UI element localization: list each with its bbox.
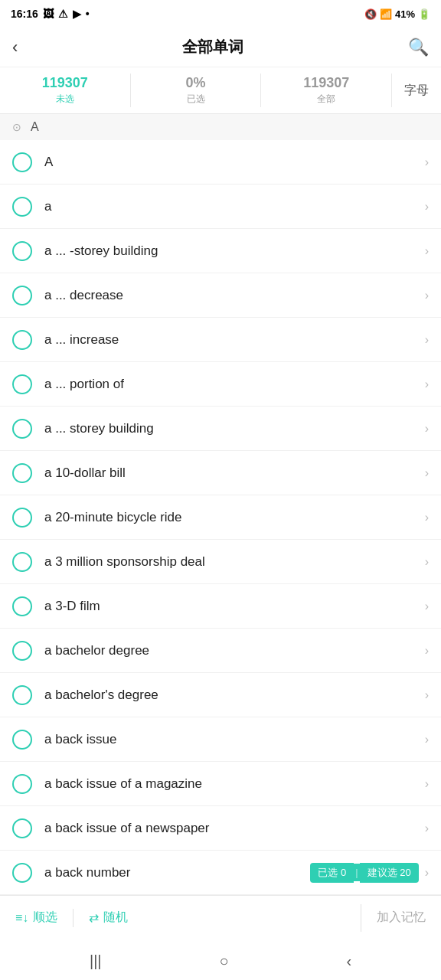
tab-all-label: 全部 xyxy=(317,93,335,106)
chevron-backnumber: › xyxy=(425,866,429,880)
word-item-decrease[interactable]: a ... decrease › xyxy=(0,273,441,318)
chevron-sponsorship: › xyxy=(425,555,429,569)
tab-unselected[interactable]: 119307 未选 xyxy=(0,67,130,113)
random-label: 随机 xyxy=(103,910,128,926)
status-icon-warning: ⚠ xyxy=(58,8,68,20)
word-list: A › a › a ... -storey building › a ... d… xyxy=(0,140,441,895)
chevron-storey1: › xyxy=(425,244,429,258)
system-nav: ||| ○ ‹ xyxy=(0,939,441,980)
tab-unselected-count: 119307 xyxy=(42,75,88,91)
add-memory-label: 加入记忆 xyxy=(377,910,426,923)
chevron-A: › xyxy=(425,155,429,169)
page-title: 全部单词 xyxy=(182,37,243,57)
word-text-sponsorship: a 3 million sponsorship deal xyxy=(44,554,425,570)
word-item-bachelors[interactable]: a bachelor's degree › xyxy=(0,673,441,717)
chevron-bachelors: › xyxy=(425,688,429,702)
word-text-bicycle: a 20-minute bicycle ride xyxy=(44,510,425,525)
chevron-decrease: › xyxy=(425,289,429,302)
word-item-portion[interactable]: a ... portion of › xyxy=(0,362,441,407)
section-collapse-icon[interactable]: ⊙ xyxy=(12,121,21,133)
radio-bachelor[interactable] xyxy=(12,641,32,661)
word-item-a[interactable]: a › xyxy=(0,185,441,229)
word-text-backnumber: a back number xyxy=(44,865,310,880)
chevron-bicycle: › xyxy=(425,511,429,524)
word-item-backissue-mag[interactable]: a back issue of a magazine › xyxy=(0,762,441,806)
top-nav: ‹ 全部单词 🔍 xyxy=(0,28,441,67)
word-text-3dfilm: a 3-D film xyxy=(44,599,425,614)
chevron-3dfilm: › xyxy=(425,599,429,613)
badge-divider: | xyxy=(354,864,359,881)
tab-selected-count: 0% xyxy=(186,75,206,91)
search-button[interactable]: 🔍 xyxy=(408,38,429,57)
word-item-bachelor[interactable]: a bachelor degree › xyxy=(0,629,441,673)
tab-selected[interactable]: 0% 已选 xyxy=(131,67,261,113)
tab-selected-label: 已选 xyxy=(187,93,205,106)
section-header-a: ⊙ A xyxy=(0,114,441,140)
radio-increase[interactable] xyxy=(12,330,32,350)
radio-3dfilm[interactable] xyxy=(12,596,32,616)
back-button[interactable]: ‹ xyxy=(12,38,18,57)
system-back-button[interactable]: ‹ xyxy=(346,952,351,970)
radio-storey1[interactable] xyxy=(12,241,32,261)
word-text-portion: a ... portion of xyxy=(44,377,425,392)
word-text-storey2: a ... storey building xyxy=(44,421,425,436)
tab-all-count: 119307 xyxy=(303,75,349,91)
status-icon-battery: 🔋 xyxy=(418,8,430,20)
tab-letter[interactable]: 字母 xyxy=(392,67,441,113)
word-text-bachelors: a bachelor's degree xyxy=(44,688,425,703)
tab-bar: 119307 未选 0% 已选 119307 全部 字母 xyxy=(0,67,441,114)
status-icon-dot: • xyxy=(86,8,90,20)
radio-decrease[interactable] xyxy=(12,286,32,305)
word-item-increase[interactable]: a ... increase › xyxy=(0,318,441,362)
radio-bicycle[interactable] xyxy=(12,508,32,528)
status-icon-wifi: 📶 xyxy=(380,8,392,20)
bottom-toolbar: ≡↓ 顺选 ⇄ 随机 加入记忆 xyxy=(0,895,441,939)
word-item-bicycle[interactable]: a 20-minute bicycle ride › xyxy=(0,495,441,540)
badge-selected: 已选 0 xyxy=(310,863,354,883)
radio-backissue[interactable] xyxy=(12,730,32,750)
random-button[interactable]: ⇄ 随机 xyxy=(74,910,143,926)
radio-storey2[interactable] xyxy=(12,419,32,439)
word-item-storey1[interactable]: a ... -storey building › xyxy=(0,229,441,273)
word-item-3dfilm[interactable]: a 3-D film › xyxy=(0,584,441,629)
system-home-button[interactable]: ○ xyxy=(219,952,228,970)
word-text-backissue-mag: a back issue of a magazine xyxy=(44,776,425,792)
sort-icon: ≡↓ xyxy=(15,911,28,925)
sort-button[interactable]: ≡↓ 顺选 xyxy=(0,910,73,926)
word-item-sponsorship[interactable]: a 3 million sponsorship deal › xyxy=(0,540,441,584)
radio-A[interactable] xyxy=(12,152,32,172)
system-menu-button[interactable]: ||| xyxy=(90,952,102,970)
chevron-portion: › xyxy=(425,377,429,391)
word-text-a: a xyxy=(44,199,425,214)
status-icon-record: ▶ xyxy=(73,8,81,20)
radio-a[interactable] xyxy=(12,197,32,217)
word-item-A[interactable]: A › xyxy=(0,140,441,185)
status-time: 16:16 xyxy=(11,8,38,20)
radio-backissue-news[interactable] xyxy=(12,818,32,838)
radio-portion[interactable] xyxy=(12,374,32,394)
status-icon-photo: 🖼 xyxy=(43,8,54,20)
tab-letter-label: 字母 xyxy=(404,83,429,99)
radio-backissue-mag[interactable] xyxy=(12,774,32,794)
word-item-storey2[interactable]: a ... storey building › xyxy=(0,407,441,451)
word-text-increase: a ... increase xyxy=(44,332,425,348)
word-item-dollar[interactable]: a 10-dollar bill › xyxy=(0,451,441,495)
word-item-backissue-news[interactable]: a back issue of a newspaper › xyxy=(0,806,441,851)
radio-bachelors[interactable] xyxy=(12,685,32,705)
sort-label: 顺选 xyxy=(33,910,57,926)
chevron-dollar: › xyxy=(425,466,429,480)
word-item-backissue[interactable]: a back issue › xyxy=(0,717,441,762)
word-item-backnumber[interactable]: a back number 已选 0 | 建议选 20 › xyxy=(0,851,441,895)
tab-all[interactable]: 119307 全部 xyxy=(261,67,391,113)
add-memory-button[interactable]: 加入记忆 xyxy=(361,910,441,926)
radio-dollar[interactable] xyxy=(12,463,32,483)
chevron-backissue-news: › xyxy=(425,822,429,835)
chevron-backissue-mag: › xyxy=(425,777,429,791)
random-icon: ⇄ xyxy=(89,910,99,925)
radio-backnumber[interactable] xyxy=(12,863,32,883)
status-bar: 16:16 🖼 ⚠ ▶ • 🔇 📶 41% 🔋 xyxy=(0,0,441,28)
badge-suggest: 建议选 20 xyxy=(360,863,419,883)
radio-sponsorship[interactable] xyxy=(12,552,32,572)
suggest-badge-group: 已选 0 | 建议选 20 xyxy=(310,863,418,883)
section-letter: A xyxy=(31,120,39,134)
